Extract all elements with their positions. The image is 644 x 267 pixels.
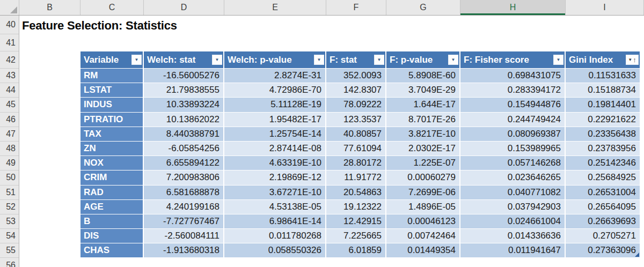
value-cell[interactable]: 0.040771082 <box>460 186 566 200</box>
row-header-49[interactable]: 49 <box>0 156 19 170</box>
value-cell[interactable]: 3.67271E-10 <box>224 186 326 200</box>
header-cell-welch-p-value[interactable]: Welch: p-value▼ <box>224 51 326 69</box>
value-cell[interactable]: 21.79838555 <box>144 83 224 98</box>
value-cell[interactable]: 10.13862022 <box>144 113 224 127</box>
row-header-40[interactable]: 40 <box>0 16 19 34</box>
row-header-41[interactable]: 41 <box>0 34 19 51</box>
filter-button[interactable]: ▼ <box>212 55 222 65</box>
row-header-54[interactable]: 54 <box>0 229 19 243</box>
row-header-55[interactable]: 55 <box>0 243 19 258</box>
row-header-50[interactable]: 50 <box>0 170 19 185</box>
value-cell[interactable]: 0.154944876 <box>460 98 566 112</box>
row-label-cell[interactable]: DIS <box>80 229 144 243</box>
row-label-cell[interactable]: TAX <box>80 127 144 142</box>
value-cell[interactable]: 0.11531633 <box>566 69 640 83</box>
row-label-cell[interactable]: B <box>80 214 144 229</box>
row-label-cell[interactable]: RAD <box>80 186 144 200</box>
value-cell[interactable]: 5.8908E-60 <box>386 69 460 83</box>
value-cell[interactable]: 2.87414E-08 <box>224 142 326 156</box>
value-cell[interactable]: 352.0093 <box>326 69 386 83</box>
value-cell[interactable]: 3.8217E-10 <box>386 127 460 142</box>
column-header-i[interactable]: I <box>566 0 644 15</box>
value-cell[interactable]: 2.19869E-12 <box>224 170 326 185</box>
value-cell[interactable]: 0.22921622 <box>566 113 640 127</box>
header-cell-f-stat[interactable]: F: stat▼ <box>326 51 386 69</box>
header-cell-f-fisher-score[interactable]: F: Fisher score▼ <box>460 51 566 69</box>
value-cell[interactable]: 0.00742464 <box>386 229 460 243</box>
value-cell[interactable]: 0.698431075 <box>460 69 566 83</box>
value-cell[interactable]: 0.26639693 <box>566 214 640 229</box>
value-cell[interactable]: 123.3537 <box>326 113 386 127</box>
row-label-cell[interactable]: LSTAT <box>80 83 144 98</box>
value-cell[interactable]: 4.72986E-70 <box>224 83 326 98</box>
row-label-cell[interactable]: AGE <box>80 200 144 214</box>
value-cell[interactable]: 0.244749424 <box>460 113 566 127</box>
value-cell[interactable]: 0.15188734 <box>566 83 640 98</box>
row-header-53[interactable]: 53 <box>0 214 19 229</box>
value-cell[interactable]: 3.7049E-29 <box>386 83 460 98</box>
value-cell[interactable]: 8.7017E-26 <box>386 113 460 127</box>
row-header-46[interactable]: 46 <box>0 113 19 127</box>
row-header-44[interactable]: 44 <box>0 83 19 98</box>
value-cell[interactable]: 0.27363096 <box>566 243 640 258</box>
value-cell[interactable]: 0.058550326 <box>224 243 326 258</box>
row-label-cell[interactable]: PTRATIO <box>80 113 144 127</box>
row-header-48[interactable]: 48 <box>0 142 19 156</box>
value-cell[interactable]: 1.644E-17 <box>386 98 460 112</box>
value-cell[interactable]: 12.42915 <box>326 214 386 229</box>
value-cell[interactable]: 10.33893224 <box>144 98 224 112</box>
value-cell[interactable]: 28.80172 <box>326 156 386 170</box>
value-cell[interactable]: 78.09222 <box>326 98 386 112</box>
value-cell[interactable]: -2.560084111 <box>144 229 224 243</box>
value-cell[interactable]: -7.727767467 <box>144 214 224 229</box>
value-cell[interactable]: 11.91772 <box>326 170 386 185</box>
value-cell[interactable]: 6.581688878 <box>144 186 224 200</box>
value-cell[interactable]: 2.0302E-17 <box>386 142 460 156</box>
value-cell[interactable]: 1.25754E-14 <box>224 127 326 142</box>
value-cell[interactable]: 0.00046123 <box>386 214 460 229</box>
value-cell[interactable]: 0.023646265 <box>460 170 566 185</box>
header-cell-variable[interactable]: Variable▼ <box>80 51 144 69</box>
value-cell[interactable]: 6.01859 <box>326 243 386 258</box>
row-header-52[interactable]: 52 <box>0 200 19 214</box>
value-cell[interactable]: 5.11128E-19 <box>224 98 326 112</box>
value-cell[interactable]: 0.2705271 <box>566 229 640 243</box>
column-header-g[interactable]: G <box>386 0 460 15</box>
filter-button[interactable]: ▼ <box>553 55 564 65</box>
column-header-d[interactable]: D <box>144 0 224 15</box>
value-cell[interactable]: -16.56005276 <box>144 69 224 83</box>
header-cell-gini-index[interactable]: Gini Index▼↑ <box>566 51 640 69</box>
row-header-42[interactable]: 42 <box>0 51 19 69</box>
value-cell[interactable]: 6.655894122 <box>144 156 224 170</box>
value-cell[interactable]: 2.8274E-31 <box>224 69 326 83</box>
value-cell[interactable]: 6.98641E-14 <box>224 214 326 229</box>
value-cell[interactable]: 0.23356438 <box>566 127 640 142</box>
value-cell[interactable]: -1.913680318 <box>144 243 224 258</box>
row-label-cell[interactable]: INDUS <box>80 98 144 112</box>
row-header-45[interactable]: 45 <box>0 98 19 112</box>
value-cell[interactable]: 0.014336636 <box>460 229 566 243</box>
sheet-title[interactable]: Feature Selection: Statistics <box>22 19 177 33</box>
value-cell[interactable]: 40.80857 <box>326 127 386 142</box>
value-cell[interactable]: 0.19814401 <box>566 98 640 112</box>
row-label-cell[interactable]: ZN <box>80 142 144 156</box>
value-cell[interactable]: 0.26531004 <box>566 186 640 200</box>
value-cell[interactable]: 4.53138E-05 <box>224 200 326 214</box>
value-cell[interactable]: 0.011780268 <box>224 229 326 243</box>
value-cell[interactable]: 1.225E-07 <box>386 156 460 170</box>
value-cell[interactable]: 0.153989965 <box>460 142 566 156</box>
value-cell[interactable]: 0.01449354 <box>386 243 460 258</box>
value-cell[interactable]: 1.4896E-05 <box>386 200 460 214</box>
value-cell[interactable]: 4.240199168 <box>144 200 224 214</box>
value-cell[interactable]: 0.024661004 <box>460 214 566 229</box>
value-cell[interactable]: 1.95482E-17 <box>224 113 326 127</box>
row-header-47[interactable]: 47 <box>0 127 19 142</box>
value-cell[interactable]: -6.05854256 <box>144 142 224 156</box>
filter-button[interactable]: ▼ <box>374 55 384 65</box>
row-header-51[interactable]: 51 <box>0 186 19 200</box>
value-cell[interactable]: 0.011941647 <box>460 243 566 258</box>
value-cell[interactable]: 142.8307 <box>326 83 386 98</box>
filter-button[interactable]: ▼ <box>448 55 458 65</box>
row-label-cell[interactable]: RM <box>80 69 144 83</box>
value-cell[interactable]: 0.00060279 <box>386 170 460 185</box>
